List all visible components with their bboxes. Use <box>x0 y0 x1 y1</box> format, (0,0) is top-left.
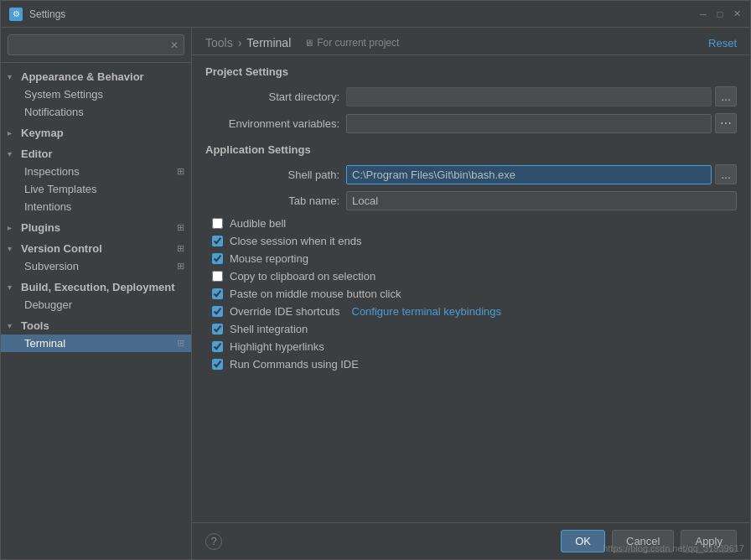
audible-bell-row: Audible bell <box>205 217 737 230</box>
breadcrumb: Tools › Terminal <box>205 36 291 49</box>
override-shortcuts-row: Override IDE shortcuts Configure termina… <box>205 305 737 318</box>
sidebar-item-notifications[interactable]: Notifications <box>1 103 191 121</box>
editor-group-label: Editor <box>21 148 53 160</box>
sidebar-group-appearance[interactable]: ▾ Appearance & Behavior <box>1 68 191 86</box>
minimize-button[interactable]: ─ <box>698 9 708 19</box>
sidebar-item-debugger[interactable]: Debugger <box>1 296 191 314</box>
breadcrumb-project: 🖥 For current project <box>304 37 399 49</box>
breadcrumb-current: Terminal <box>246 36 291 49</box>
arrow-icon: ▾ <box>8 72 18 81</box>
highlight-hyperlinks-label: Highlight hyperlinks <box>230 340 324 353</box>
shell-integration-checkbox[interactable] <box>212 324 223 334</box>
help-button[interactable]: ? <box>205 533 222 550</box>
paste-middle-label: Paste on middle mouse button click <box>230 288 401 300</box>
sidebar-group-editor[interactable]: ▾ Editor <box>1 145 191 163</box>
start-directory-row: Start directory: ... <box>205 86 737 106</box>
mouse-reporting-row: Mouse reporting <box>205 252 737 265</box>
mouse-reporting-checkbox[interactable] <box>212 253 223 264</box>
env-vars-browse-button[interactable]: ⋯ <box>715 113 737 133</box>
audible-bell-checkbox[interactable] <box>212 218 223 229</box>
copy-clipboard-label: Copy to clipboard on selection <box>230 270 376 283</box>
sidebar-group-keymap[interactable]: ▸ Keymap <box>1 124 191 142</box>
arrow-icon: ▾ <box>8 149 18 158</box>
window-title: Settings <box>29 8 698 20</box>
title-bar: ⚙ Settings ─ □ ✕ <box>1 1 750 28</box>
env-vars-input[interactable] <box>346 114 712 133</box>
window-controls: ─ □ ✕ <box>698 9 742 19</box>
arrow-icon: ▾ <box>8 244 18 253</box>
build-group-label: Build, Execution, Deployment <box>21 281 174 293</box>
section-editor: ▾ Editor Inspections ⊞ Live Templates In… <box>1 143 191 217</box>
section-build: ▾ Build, Execution, Deployment Debugger <box>1 277 191 315</box>
copy-clipboard-checkbox[interactable] <box>212 271 223 282</box>
tab-name-row: Tab name: <box>205 191 737 210</box>
header-left: Tools › Terminal 🖥 For current project <box>205 36 399 49</box>
section-keymap: ▸ Keymap <box>1 122 191 143</box>
for-current-project-label: For current project <box>317 37 399 49</box>
copy-clipboard-row: Copy to clipboard on selection <box>205 270 737 283</box>
terminal-icon: ⊞ <box>177 338 184 349</box>
start-directory-input[interactable] <box>346 87 712 106</box>
project-settings-title: Project Settings <box>205 65 737 78</box>
main-layout: termin ✕ ▾ Appearance & Behavior System … <box>1 28 750 559</box>
breadcrumb-parent: Tools <box>205 36 233 49</box>
shell-path-input-wrap: ... <box>346 164 737 184</box>
shell-integration-label: Shell integration <box>230 323 308 335</box>
plugins-icon: ⊞ <box>177 222 184 233</box>
arrow-icon: ▸ <box>8 223 18 232</box>
shell-path-row: Shell path: ... <box>205 164 737 184</box>
sidebar-item-live-templates[interactable]: Live Templates <box>1 180 191 198</box>
close-session-checkbox[interactable] <box>212 236 223 246</box>
sidebar-group-tools[interactable]: ▾ Tools <box>1 317 191 334</box>
sidebar-group-build[interactable]: ▾ Build, Execution, Deployment <box>1 278 191 296</box>
sidebar-item-system-settings[interactable]: System Settings <box>1 86 191 103</box>
sidebar-item-terminal[interactable]: Terminal ⊞ <box>1 334 191 352</box>
mouse-reporting-label: Mouse reporting <box>230 252 308 265</box>
tab-name-input[interactable] <box>346 191 737 210</box>
highlight-hyperlinks-checkbox[interactable] <box>212 341 223 352</box>
sidebar-item-intentions[interactable]: Intentions <box>1 198 191 215</box>
search-input[interactable]: termin <box>13 37 170 53</box>
paste-middle-checkbox[interactable] <box>212 288 223 299</box>
section-plugins: ▸ Plugins ⊞ <box>1 217 191 238</box>
shell-path-browse-button[interactable]: ... <box>715 164 737 184</box>
inspections-icon: ⊞ <box>177 166 184 177</box>
application-settings-title: Application Settings <box>205 143 737 156</box>
breadcrumb-separator: › <box>238 36 242 49</box>
start-directory-label: Start directory: <box>205 91 339 103</box>
search-clear-icon[interactable]: ✕ <box>170 39 179 51</box>
start-directory-browse-button[interactable]: ... <box>715 86 737 106</box>
env-vars-row: Environment variables: ⋯ <box>205 113 737 133</box>
override-shortcuts-checkbox[interactable] <box>212 306 223 317</box>
ok-button[interactable]: OK <box>561 530 605 552</box>
settings-window: ⚙ Settings ─ □ ✕ termin ✕ ▾ <box>0 0 751 560</box>
shell-path-label: Shell path: <box>205 169 339 181</box>
search-box: termin ✕ <box>1 28 191 63</box>
paste-middle-row: Paste on middle mouse button click <box>205 288 737 300</box>
arrow-icon: ▾ <box>8 283 18 292</box>
tab-name-label: Tab name: <box>205 194 339 207</box>
configure-keybindings-link[interactable]: Configure terminal keybindings <box>352 305 501 318</box>
app-icon: ⚙ <box>9 8 23 21</box>
sidebar-group-plugins[interactable]: ▸ Plugins ⊞ <box>1 219 191 236</box>
close-session-row: Close session when it ends <box>205 235 737 247</box>
run-commands-row: Run Commands using IDE <box>205 358 737 371</box>
tab-name-input-wrap <box>346 191 737 210</box>
arrow-icon: ▾ <box>8 321 18 330</box>
shell-path-input[interactable] <box>346 165 712 184</box>
content-header: Tools › Terminal 🖥 For current project R… <box>192 28 750 55</box>
override-shortcuts-label: Override IDE shortcuts <box>230 305 340 318</box>
sidebar-list: ▾ Appearance & Behavior System Settings … <box>1 63 191 559</box>
reset-link[interactable]: Reset <box>708 37 737 49</box>
vcs-group-label: Version Control <box>21 242 102 255</box>
run-commands-checkbox[interactable] <box>212 359 223 370</box>
maximize-button[interactable]: □ <box>715 9 725 19</box>
search-wrap: termin ✕ <box>8 34 184 55</box>
sidebar-item-inspections[interactable]: Inspections ⊞ <box>1 163 191 180</box>
section-appearance: ▾ Appearance & Behavior System Settings … <box>1 66 191 122</box>
project-icon: 🖥 <box>304 38 313 48</box>
sidebar-group-vcs[interactable]: ▾ Version Control ⊞ <box>1 240 191 257</box>
appearance-group-label: Appearance & Behavior <box>21 70 144 83</box>
sidebar-item-subversion[interactable]: Subversion ⊞ <box>1 257 191 275</box>
close-button[interactable]: ✕ <box>732 9 742 19</box>
